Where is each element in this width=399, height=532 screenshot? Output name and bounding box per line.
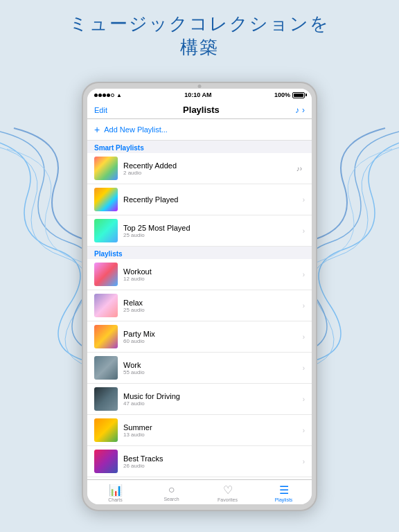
thumbnail-besttracks	[94, 450, 118, 473]
thumbnail-recently-played	[94, 188, 118, 211]
chevron-icon: ›	[303, 396, 305, 403]
playlist-name: Summer	[123, 423, 303, 432]
playlists-icon: ☰	[279, 484, 289, 497]
thumbnail-relax	[94, 294, 118, 317]
list-item[interactable]: Work 55 audio ›	[87, 353, 312, 384]
playlist-info: Summer 13 audio	[123, 423, 303, 438]
chevron-icon: ›	[303, 333, 305, 341]
list-item[interactable]: Party Mix 60 audio ›	[87, 321, 312, 353]
favorites-icon: ♡	[223, 484, 233, 497]
list-item[interactable]: Workout 12 audio ›	[87, 259, 312, 290]
playlist-name: Recently Played	[123, 195, 303, 204]
status-left: ▲	[94, 92, 122, 98]
ipad-frame: ▲ 10:10 AM 100% Edit Playlists ♪ › + Add…	[82, 82, 317, 511]
battery-icon	[292, 92, 305, 98]
tab-charts[interactable]: 📊 Charts	[87, 480, 143, 504]
favorites-label: Favorites	[218, 497, 238, 502]
thumbnail-driving	[94, 387, 118, 411]
playlist-name: Music for Driving	[123, 392, 303, 400]
charts-label: Charts	[108, 497, 123, 502]
search-icon: ○	[168, 484, 175, 496]
list-item[interactable]: Top 25 Most Played 25 audio ›	[87, 215, 312, 247]
chevron-icon: ›	[303, 458, 305, 466]
playlist-info: Music for Driving 47 audio	[123, 392, 303, 407]
playlist-count: 2 audio	[123, 170, 296, 176]
plus-icon: +	[94, 124, 100, 135]
thumbnail-top25	[94, 219, 118, 242]
playlists-header: Playlists	[87, 247, 312, 259]
list-item[interactable]: Music for Driving 47 audio ›	[87, 384, 312, 415]
playlist-info: Best Tracks 26 audio	[123, 454, 303, 469]
title-area: ミュージックコレクションを 構築	[0, 12, 399, 60]
search-label: Search	[163, 497, 179, 502]
thumbnail-summer	[94, 418, 118, 442]
dot2	[98, 94, 102, 97]
nav-title: Playlists	[183, 105, 220, 115]
playlist-info: Party Mix 60 audio	[123, 330, 303, 344]
nav-bar: Edit Playlists ♪ ›	[87, 101, 312, 119]
playlist-count: 25 audio	[123, 232, 303, 238]
camera-dot	[198, 85, 202, 88]
list-item[interactable]: Summer 13 audio ›	[87, 415, 312, 446]
edit-button[interactable]: Edit	[94, 106, 107, 114]
list-item[interactable]: Best Tracks 26 audio ›	[87, 446, 312, 477]
playlist-count: 25 audio	[123, 307, 303, 313]
playlist-name: Workout	[123, 267, 303, 276]
playlist-count: 60 audio	[123, 338, 303, 344]
thumbnail-workout	[94, 263, 118, 286]
dot1	[94, 94, 98, 97]
playlist-count: 26 audio	[123, 463, 303, 469]
thumbnail-partymix	[94, 325, 118, 348]
smart-playlist-icon: ♪›	[296, 165, 302, 172]
add-playlist-label: Add New Playlist...	[104, 125, 168, 134]
list-item[interactable]: Recently Played ›	[87, 184, 312, 215]
dot5	[111, 94, 114, 97]
playlists-label: Playlists	[275, 497, 293, 502]
playlist-info: Top 25 Most Played 25 audio	[123, 224, 303, 238]
playlist-info: Relax 25 audio	[123, 299, 303, 313]
add-playlist-row[interactable]: + Add New Playlist...	[87, 119, 312, 141]
playlist-name: Relax	[123, 299, 303, 307]
playlist-count: 13 audio	[123, 432, 303, 438]
tab-bar: 📊 Charts ○ Search ♡ Favorites ☰ Playlist…	[87, 479, 312, 504]
signal-dots	[94, 94, 114, 97]
dot3	[103, 94, 106, 97]
status-time: 10:10 AM	[184, 91, 211, 98]
playlist-count: 55 audio	[123, 369, 303, 375]
playlist-name: Best Tracks	[123, 454, 303, 463]
chevron-icon: ›	[303, 271, 305, 278]
playlist-count: 47 audio	[123, 400, 303, 407]
list-item[interactable]: Recently Added 2 audio ♪›	[87, 153, 312, 184]
tab-favorites[interactable]: ♡ Favorites	[200, 480, 256, 504]
tab-search[interactable]: ○ Search	[143, 480, 200, 504]
playlist-info: Recently Played	[123, 195, 303, 204]
battery-percent: 100%	[274, 91, 290, 98]
thumbnail-work	[94, 356, 118, 380]
chevron-icon: ›	[303, 427, 305, 434]
chevron-icon: ›	[303, 302, 305, 310]
wifi-icon: ▲	[116, 92, 122, 98]
chevron-right-icon[interactable]: ›	[302, 105, 305, 115]
playlist-count: 12 audio	[123, 276, 303, 282]
status-right: 100%	[274, 91, 305, 98]
ipad-screen: ▲ 10:10 AM 100% Edit Playlists ♪ › + Add…	[87, 89, 312, 504]
playlist-list: Recently Added 2 audio ♪› Recently Playe…	[87, 153, 312, 479]
music-icon[interactable]: ♪	[295, 105, 299, 115]
chevron-icon: ›	[303, 364, 305, 372]
chevron-icon: ›	[303, 227, 305, 235]
playlist-info: Work 55 audio	[123, 361, 303, 375]
status-bar: ▲ 10:10 AM 100%	[87, 89, 312, 101]
title-line2: 構築	[0, 36, 399, 60]
smart-playlists-header: Smart Playlists	[87, 141, 312, 153]
title-line1: ミュージックコレクションを	[0, 12, 399, 36]
list-item[interactable]: Relax 25 audio ›	[87, 290, 312, 321]
thumbnail-recently-added	[94, 157, 118, 180]
playlist-info: Workout 12 audio	[123, 267, 303, 282]
tab-playlists[interactable]: ☰ Playlists	[256, 480, 312, 504]
battery-fill	[294, 94, 303, 97]
playlist-name: Work	[123, 361, 303, 369]
playlist-name: Top 25 Most Played	[123, 224, 303, 232]
playlist-info: Recently Added 2 audio	[123, 161, 296, 176]
playlist-name: Party Mix	[123, 330, 303, 338]
chevron-icon: ›	[303, 196, 305, 204]
